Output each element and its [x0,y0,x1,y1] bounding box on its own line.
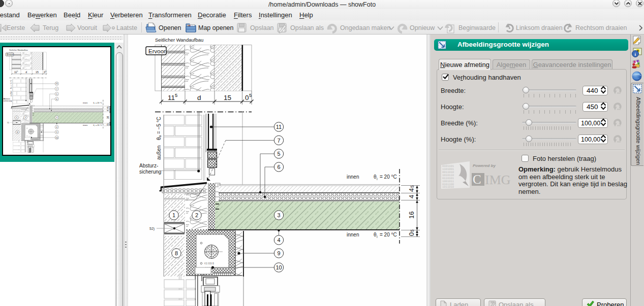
svg-text:sicherung: sicherung [139,169,161,175]
svg-text:11: 11 [276,124,282,130]
svg-text:1011010: 1011010 [442,185,454,189]
svg-text:θₐ = −5 °C: θₐ = −5 °C [156,117,162,140]
svg-text:= 20 °C: = 20 °C [380,232,397,237]
svg-text:4: 4 [408,195,415,198]
svg-text:0: 0 [245,94,249,101]
svg-text:7: 7 [277,138,280,144]
svg-text:5: 5 [410,229,415,232]
svg-text:0: 0 [408,232,415,236]
svg-text:52): 52) [149,227,155,231]
svg-text:innen: innen [347,232,359,237]
svg-text:6: 6 [277,164,280,170]
svg-text:15: 15 [224,94,231,101]
svg-text:4: 4 [408,188,415,192]
svg-text:Ervoor: Ervoor [148,48,166,54]
svg-text:5: 5 [175,92,177,98]
svg-text:i: i [377,177,378,181]
svg-text:2: 2 [195,212,198,218]
svg-text:5: 5 [277,151,280,157]
svg-text:16: 16 [408,212,415,219]
svg-text:= 20 °C: = 20 °C [380,174,397,180]
svg-text:C: C [473,173,481,186]
svg-text:Seitlicher Wandaufbau: Seitlicher Wandaufbau [155,37,203,43]
svg-text:Powered by: Powered by [473,163,496,168]
svg-text:Absturz-: Absturz- [139,163,158,168]
svg-text:5: 5 [249,92,252,98]
svg-text:9: 9 [277,250,280,256]
svg-text:4: 4 [277,237,280,243]
svg-text:5: 5 [410,185,415,188]
svg-text:11: 11 [168,94,175,101]
svg-text:d: d [197,94,201,101]
svg-text:10: 10 [275,264,282,270]
svg-text:i: i [377,235,378,239]
svg-text:1: 1 [172,212,175,218]
svg-text:außen: außen [156,146,162,160]
svg-text:8: 8 [175,250,178,256]
svg-text:3: 3 [277,212,280,218]
svg-text:innen: innen [347,174,359,180]
svg-text:IMG: IMG [485,173,511,187]
